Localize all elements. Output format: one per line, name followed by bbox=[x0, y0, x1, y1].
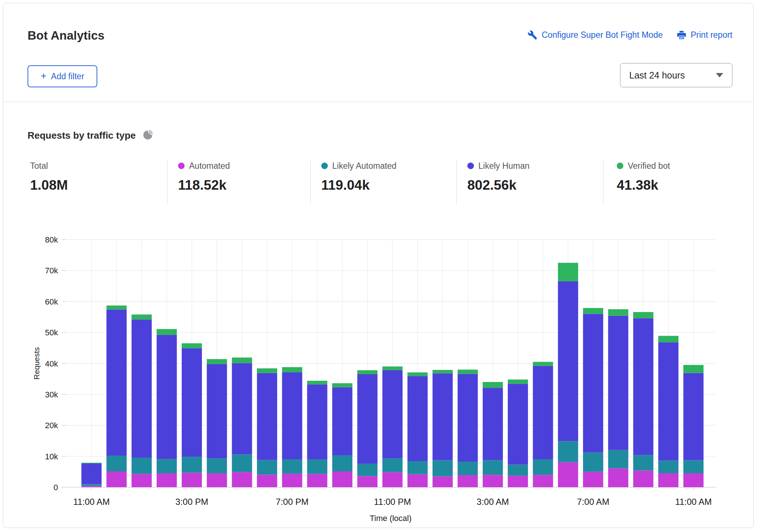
bar-segment-verified-bot[interactable] bbox=[357, 370, 377, 374]
bar-segment-likely-automated[interactable] bbox=[432, 460, 453, 477]
print-report-link[interactable]: Print report bbox=[677, 30, 732, 40]
bar-segment-automated[interactable] bbox=[232, 472, 252, 487]
bar-segment-verified-bot[interactable] bbox=[82, 463, 102, 463]
bar-segment-verified-bot[interactable] bbox=[106, 306, 127, 310]
bar-segment-likely-human[interactable] bbox=[683, 373, 703, 460]
bar-segment-likely-human[interactable] bbox=[408, 376, 428, 461]
bar-segment-likely-human[interactable] bbox=[307, 385, 327, 459]
bar-segment-likely-human[interactable] bbox=[383, 370, 403, 458]
bar-segment-automated[interactable] bbox=[332, 471, 352, 487]
bar-segment-likely-automated[interactable] bbox=[483, 460, 503, 475]
add-filter-button[interactable]: + Add filter bbox=[28, 65, 97, 87]
bar-segment-likely-automated[interactable] bbox=[558, 441, 578, 462]
bar-segment-verified-bot[interactable] bbox=[583, 308, 603, 314]
bar-segment-likely-automated[interactable] bbox=[683, 460, 703, 473]
bar-segment-verified-bot[interactable] bbox=[558, 263, 578, 281]
bar-segment-verified-bot[interactable] bbox=[683, 365, 703, 373]
bar-segment-likely-automated[interactable] bbox=[82, 484, 102, 486]
bar-segment-automated[interactable] bbox=[307, 474, 327, 487]
bar-segment-automated[interactable] bbox=[207, 473, 227, 487]
bar-segment-automated[interactable] bbox=[508, 476, 528, 487]
bar-segment-likely-automated[interactable] bbox=[282, 459, 302, 474]
bar-segment-likely-automated[interactable] bbox=[533, 459, 553, 475]
bar-segment-verified-bot[interactable] bbox=[408, 372, 428, 376]
bar-segment-likely-automated[interactable] bbox=[307, 459, 327, 474]
bar-segment-likely-human[interactable] bbox=[483, 388, 503, 460]
bar-segment-automated[interactable] bbox=[583, 472, 603, 487]
bar-segment-likely-automated[interactable] bbox=[157, 459, 177, 473]
bar-segment-likely-automated[interactable] bbox=[458, 462, 478, 475]
bar-segment-likely-automated[interactable] bbox=[408, 461, 428, 474]
configure-super-bot-fight-mode-link[interactable]: Configure Super Bot Fight Mode bbox=[528, 30, 663, 40]
bar-segment-likely-human[interactable] bbox=[583, 314, 603, 453]
bar-segment-likely-human[interactable] bbox=[257, 373, 277, 460]
bar-segment-likely-human[interactable] bbox=[82, 463, 102, 484]
bar-segment-automated[interactable] bbox=[157, 473, 177, 487]
bar-segment-likely-automated[interactable] bbox=[131, 458, 152, 474]
bar-segment-automated[interactable] bbox=[683, 473, 703, 487]
bar-segment-automated[interactable] bbox=[257, 474, 277, 487]
bar-segment-likely-human[interactable] bbox=[357, 374, 377, 464]
bar-segment-likely-automated[interactable] bbox=[257, 460, 277, 475]
bar-segment-likely-human[interactable] bbox=[432, 374, 453, 460]
bar-segment-automated[interactable] bbox=[106, 471, 127, 487]
bar-segment-automated[interactable] bbox=[483, 475, 503, 487]
bar-segment-automated[interactable] bbox=[533, 475, 553, 487]
bar-segment-verified-bot[interactable] bbox=[131, 314, 152, 320]
bar-segment-likely-human[interactable] bbox=[633, 318, 653, 455]
bar-segment-likely-human[interactable] bbox=[232, 363, 252, 455]
bar-segment-verified-bot[interactable] bbox=[458, 369, 478, 374]
bar-segment-verified-bot[interactable] bbox=[483, 382, 503, 388]
bar-segment-automated[interactable] bbox=[608, 469, 628, 487]
bar-segment-verified-bot[interactable] bbox=[508, 379, 528, 384]
bar-segment-likely-automated[interactable] bbox=[383, 459, 403, 472]
bar-segment-automated[interactable] bbox=[408, 474, 428, 487]
bar-segment-verified-bot[interactable] bbox=[182, 343, 202, 349]
bar-segment-likely-human[interactable] bbox=[157, 335, 177, 459]
bar-segment-verified-bot[interactable] bbox=[307, 381, 327, 385]
bar-segment-verified-bot[interactable] bbox=[332, 383, 352, 387]
bar-segment-likely-human[interactable] bbox=[182, 348, 202, 457]
bar-segment-automated[interactable] bbox=[558, 462, 578, 487]
bar-segment-likely-human[interactable] bbox=[332, 387, 352, 455]
bar-segment-likely-automated[interactable] bbox=[583, 453, 603, 472]
bar-segment-likely-automated[interactable] bbox=[357, 464, 377, 476]
bar-segment-verified-bot[interactable] bbox=[207, 359, 227, 364]
bar-segment-verified-bot[interactable] bbox=[257, 368, 277, 373]
bar-segment-likely-human[interactable] bbox=[508, 384, 528, 464]
time-range-dropdown[interactable]: Last 24 hours bbox=[620, 63, 732, 87]
bar-segment-likely-automated[interactable] bbox=[182, 457, 202, 473]
bar-segment-verified-bot[interactable] bbox=[432, 370, 453, 373]
bar-segment-automated[interactable] bbox=[383, 472, 403, 487]
bar-segment-likely-human[interactable] bbox=[458, 374, 478, 462]
bar-segment-automated[interactable] bbox=[357, 476, 377, 487]
bar-segment-verified-bot[interactable] bbox=[383, 367, 403, 370]
bar-segment-likely-automated[interactable] bbox=[232, 455, 252, 472]
bar-segment-automated[interactable] bbox=[131, 474, 152, 487]
bar-segment-automated[interactable] bbox=[282, 474, 302, 487]
bar-segment-likely-human[interactable] bbox=[131, 320, 152, 458]
bar-segment-automated[interactable] bbox=[432, 476, 453, 487]
bar-segment-likely-automated[interactable] bbox=[207, 459, 227, 474]
bar-segment-automated[interactable] bbox=[182, 473, 202, 487]
bar-segment-verified-bot[interactable] bbox=[157, 329, 177, 335]
bar-segment-automated[interactable] bbox=[458, 475, 478, 487]
bar-segment-automated[interactable] bbox=[658, 473, 678, 487]
bar-segment-verified-bot[interactable] bbox=[608, 309, 628, 316]
bar-segment-likely-automated[interactable] bbox=[106, 456, 127, 471]
bar-segment-likely-automated[interactable] bbox=[508, 464, 528, 475]
bar-segment-likely-human[interactable] bbox=[608, 316, 628, 450]
bar-segment-verified-bot[interactable] bbox=[533, 362, 553, 366]
bar-segment-likely-automated[interactable] bbox=[633, 455, 653, 470]
bar-segment-likely-human[interactable] bbox=[106, 310, 127, 456]
bar-segment-verified-bot[interactable] bbox=[633, 312, 653, 318]
bar-segment-automated[interactable] bbox=[633, 470, 653, 487]
bar-segment-likely-human[interactable] bbox=[207, 364, 227, 458]
bar-segment-likely-automated[interactable] bbox=[332, 455, 352, 471]
bar-segment-verified-bot[interactable] bbox=[232, 357, 252, 363]
bar-segment-likely-automated[interactable] bbox=[608, 450, 628, 469]
bar-segment-verified-bot[interactable] bbox=[658, 336, 678, 342]
bar-segment-likely-human[interactable] bbox=[282, 372, 302, 459]
bar-segment-likely-human[interactable] bbox=[533, 366, 553, 459]
bar-segment-automated[interactable] bbox=[82, 486, 102, 487]
